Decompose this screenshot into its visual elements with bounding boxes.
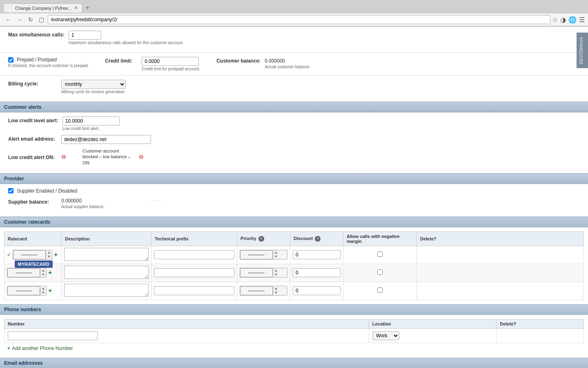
tab-close-button[interactable]: ✕	[74, 5, 78, 11]
ratecard-2-select-down[interactable]: ▼	[40, 273, 46, 277]
low-credit-alert-on-label: Low credit alert ON:	[8, 153, 57, 160]
customer-balance-label: Customer balance:	[216, 57, 261, 64]
back-button[interactable]: ←	[3, 16, 13, 24]
ratecard-2-priority-down[interactable]: ▼	[273, 273, 279, 277]
phone-number-input[interactable]	[8, 331, 98, 340]
ratecard-3-discount-cell	[290, 282, 343, 300]
ratecard-1-priority-up[interactable]: ▲	[273, 251, 279, 255]
low-credit-section: Low credit level alert: Low credit limit…	[0, 112, 588, 173]
ratecard-1-add-btn[interactable]: +	[54, 251, 58, 258]
ratecard-1-priority-down[interactable]: ▼	[273, 255, 279, 259]
ratecard-1-select-input[interactable]	[13, 250, 46, 259]
alert-email-row: Alert email address:	[8, 135, 580, 144]
max-calls-input[interactable]	[69, 31, 101, 40]
phone-location-select[interactable]: Work Home Mobile Fax Other	[372, 331, 399, 340]
ratecard-3-priority-up[interactable]: ▲	[273, 287, 279, 291]
phone-delete-cell	[497, 328, 584, 343]
add-phone-button[interactable]: + Add another Phone Number	[4, 343, 76, 354]
ratecard-3-select-down[interactable]: ▼	[40, 291, 46, 295]
supplier-balance-row: Supplier balance: 0.000000 Actual suppli…	[8, 198, 580, 209]
ratecard-2-add-btn[interactable]: +	[48, 269, 52, 276]
col-allow-calls: Allow calls with negative margin	[343, 231, 417, 246]
ratecard-1-priority-cell: ▲ ▼	[237, 246, 290, 264]
priority-help-icon[interactable]: ?	[258, 236, 264, 242]
ratecard-1-prefix-input[interactable]	[154, 250, 234, 259]
ratecard-3-select-up[interactable]: ▲	[40, 287, 46, 291]
bookmark-icon[interactable]: ☆	[552, 16, 558, 24]
ratecard-2-description-input[interactable]	[64, 266, 149, 279]
customer-balance-hint: Actual customer balance.	[265, 65, 310, 69]
prepaid-checkbox[interactable]	[8, 57, 13, 63]
ratecard-1-discount-input[interactable]	[293, 250, 341, 259]
ratecard-1-check: ✓	[7, 252, 11, 258]
address-bar[interactable]	[48, 15, 550, 24]
ratecard-1-select-cell: ✓ ▲ ▼ + MYRATECARD	[4, 246, 62, 264]
home-button[interactable]: ▢	[37, 16, 46, 24]
ratecard-1-description-input[interactable]	[64, 248, 149, 261]
browser-chrome: 📄 Change Company | Pyfree... ✕ + ← → ↻ ▢…	[0, 0, 588, 27]
ratecard-2-prefix-input[interactable]	[154, 268, 234, 277]
discount-help-icon[interactable]: ?	[315, 236, 321, 242]
ratecard-1-priority-input[interactable]	[240, 250, 273, 259]
alert-email-input[interactable]	[61, 135, 151, 144]
browser-tab[interactable]: 📄 Change Company | Pyfree... ✕	[3, 3, 82, 12]
col-discount: Discount ?	[290, 231, 343, 246]
billing-cycle-select[interactable]: daily weekly monthly yearly	[61, 80, 126, 89]
supplier-enabled-checkbox[interactable]	[8, 188, 13, 193]
ratecard-dropdown-tooltip: MYRATECARD	[15, 260, 53, 268]
low-credit-label: Low credit level alert:	[8, 117, 58, 123]
billing-cycle-field-group: daily weekly monthly yearly billinng cyc…	[61, 80, 126, 94]
ratecard-2-select-input[interactable]	[7, 268, 40, 277]
phone-col-location: Location	[369, 319, 497, 328]
ratecard-1-delete-cell	[417, 246, 584, 264]
supplier-balance-hint: Actual supplier balance.	[61, 204, 105, 209]
prepaid-label[interactable]: Prepaid / Postpaid	[17, 57, 57, 63]
billing-cycle-row: Billing cycle: daily weekly monthly year…	[8, 80, 580, 94]
ratecard-2-prefix-cell	[151, 264, 237, 282]
customer-alerts-header: Customer alerts	[0, 102, 588, 112]
ratecard-2-priority-input[interactable]	[240, 268, 273, 277]
ratecard-2-select-arrows: ▲ ▼	[40, 269, 46, 277]
low-credit-alert-on-icon: ⊖	[61, 153, 66, 160]
max-calls-label: Max simultaneous calls:	[8, 31, 65, 38]
alert-email-label: Alert email address:	[8, 135, 57, 142]
ratecard-2-select-up[interactable]: ▲	[40, 269, 46, 273]
globe-icon[interactable]: 🌐	[568, 16, 577, 24]
phone-numbers-header: Phone numbers	[0, 304, 588, 315]
ratecard-3-discount-input[interactable]	[293, 286, 341, 295]
ratecard-3-prefix-input[interactable]	[154, 286, 234, 295]
reload-button[interactable]: ↻	[26, 16, 35, 24]
ratecard-3-select-wrapper: ▲ ▼ +	[7, 286, 59, 296]
ratecard-2-description-cell	[62, 264, 151, 282]
supplier-enabled-label[interactable]: Supplier Enabled / Disabled	[17, 188, 77, 194]
ratecard-1-select-spinner: ▲ ▼	[13, 250, 52, 260]
low-credit-input[interactable]	[62, 117, 120, 126]
reader-icon[interactable]: ◑	[560, 16, 566, 24]
ratecard-1-allow-calls-checkbox[interactable]	[377, 251, 383, 257]
ratecard-3-allow-calls-checkbox[interactable]	[377, 287, 383, 293]
ratecards-thead: Ratecard Description Technical prefix Pr…	[4, 231, 584, 246]
menu-icon[interactable]: ☰	[579, 16, 585, 24]
ratecard-3-add-btn[interactable]: +	[48, 287, 52, 294]
ratecard-2-discount-input[interactable]	[293, 268, 341, 277]
phone-col-number: Number	[4, 319, 369, 328]
ratecards-table: Ratecard Description Technical prefix Pr…	[4, 231, 584, 300]
prepaid-checkbox-row: Prepaid / Postpaid	[8, 57, 89, 63]
ratecard-3-priority-input[interactable]	[240, 286, 273, 295]
supplier-balance-label: Supplier balance:	[8, 198, 57, 205]
add-phone-plus-icon: +	[7, 346, 10, 351]
ratecard-2-priority-up[interactable]: ▲	[273, 269, 279, 273]
ratecard-2-discount-cell	[290, 264, 343, 282]
ratecard-2-delete-cell	[417, 264, 584, 282]
ratecard-2-allow-calls-checkbox[interactable]	[377, 269, 383, 275]
forward-button[interactable]: →	[15, 16, 24, 24]
ratecard-3-priority-down[interactable]: ▼	[273, 291, 279, 295]
new-tab-button[interactable]: +	[82, 2, 93, 13]
phone-col-delete: Delete?	[497, 319, 584, 328]
ratecard-1-select-up[interactable]: ▲	[46, 251, 52, 255]
ratecard-1-select-down[interactable]: ▼	[46, 255, 52, 259]
ratecard-3-select-input[interactable]	[7, 286, 40, 295]
ratecard-3-description-input[interactable]	[64, 284, 149, 297]
nav-icons: ☆ ◑ 🌐 ☰	[552, 16, 585, 24]
credit-limit-input[interactable]	[142, 57, 199, 66]
